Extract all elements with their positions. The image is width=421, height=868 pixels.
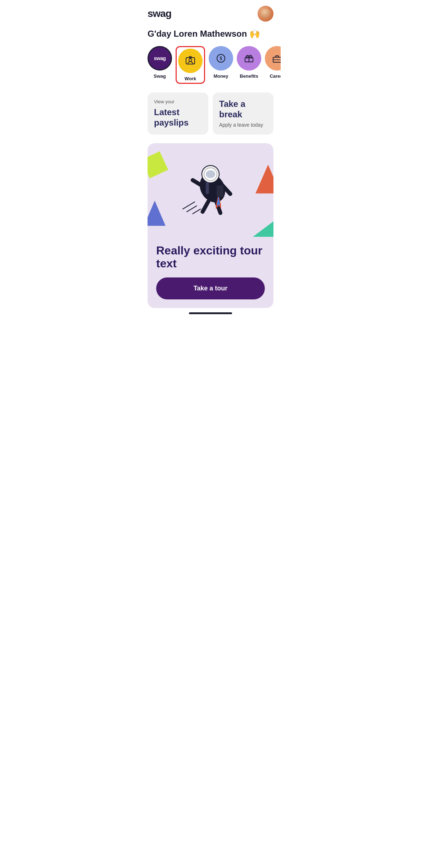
benefits-icon	[243, 53, 255, 64]
work-selected-border: Work	[176, 46, 205, 84]
app-logo: swag	[148, 8, 171, 19]
svg-point-13	[206, 170, 215, 178]
nav-item-career[interactable]: Career	[265, 46, 281, 79]
tour-banner: Really exciting tour text Take a tour	[148, 143, 273, 308]
payslips-card[interactable]: View your Latest payslips	[148, 92, 208, 135]
nav-circle-swag: swag	[148, 46, 172, 71]
nav-label-swag: Swag	[154, 73, 166, 79]
swag-logo-inner: swag	[154, 55, 166, 61]
home-bar	[189, 312, 232, 314]
work-icon	[185, 55, 196, 67]
nav-circle-money: $	[209, 46, 233, 71]
quick-cards: View your Latest payslips Take a break A…	[140, 92, 281, 143]
payslips-eyebrow: View your	[154, 99, 202, 104]
shape-orange	[255, 165, 273, 194]
svg-point-1	[189, 59, 192, 62]
astronaut-illustration	[171, 150, 250, 230]
svg-line-21	[193, 209, 201, 213]
nav-items-list: swag Swag Work	[148, 46, 273, 84]
career-icon	[271, 53, 281, 64]
nav-circle-work	[178, 49, 203, 73]
nav-item-benefits[interactable]: Benefits	[237, 46, 261, 79]
home-indicator	[140, 308, 281, 317]
payslips-title: Latest payslips	[154, 107, 202, 128]
nav-circle-benefits	[237, 46, 261, 71]
nav-label-benefits: Benefits	[240, 73, 258, 79]
svg-rect-18	[217, 185, 224, 197]
leave-subtitle: Apply a leave today	[219, 122, 267, 128]
greeting-text: G'day Loren Mathewson 🙌	[140, 26, 281, 46]
shape-blue	[148, 201, 166, 226]
svg-text:$: $	[220, 56, 222, 61]
banner-title: Really exciting tour text	[156, 244, 265, 271]
banner-illustration	[148, 143, 273, 237]
nav-item-swag[interactable]: swag Swag	[148, 46, 172, 79]
svg-rect-22	[206, 182, 209, 194]
svg-line-16	[203, 201, 209, 212]
nav-section: swag Swag Work	[140, 46, 281, 92]
take-tour-button[interactable]: Take a tour	[156, 277, 265, 299]
banner-text-area: Really exciting tour text Take a tour	[148, 237, 273, 308]
shape-yellow	[148, 146, 173, 183]
money-icon: $	[215, 53, 227, 64]
leave-card[interactable]: Take a break Apply a leave today	[213, 92, 273, 135]
nav-label-work: Work	[185, 76, 196, 81]
app-header: swag	[140, 0, 281, 26]
nav-item-work[interactable]: Work	[176, 46, 205, 84]
nav-label-money: Money	[213, 73, 228, 79]
leave-title: Take a break	[219, 99, 267, 120]
nav-circle-career	[265, 46, 281, 71]
avatar-image	[258, 6, 273, 22]
nav-label-career: Career	[270, 73, 281, 79]
avatar[interactable]	[258, 6, 273, 22]
svg-line-20	[187, 206, 197, 212]
nav-item-money[interactable]: $ Money	[209, 46, 233, 79]
shape-teal	[248, 219, 273, 237]
astronaut-svg	[171, 150, 250, 230]
